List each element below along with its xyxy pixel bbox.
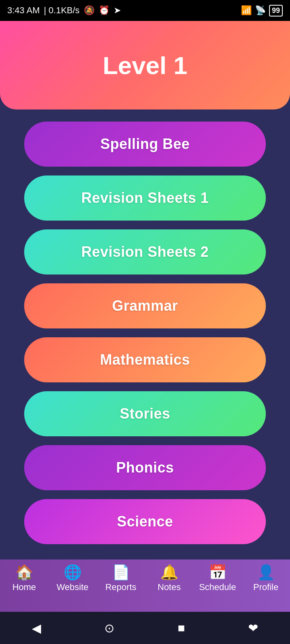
home-icon: 🏠 (15, 565, 33, 580)
status-bar: 3:43 AM | 0.1KB/s 🔕 ⏰ ➤ 📶 📡 99 (0, 0, 290, 21)
nav-notes-label: Notes (157, 582, 180, 592)
website-icon: 🌐 (64, 565, 82, 580)
alarm-icon: ⏰ (99, 5, 110, 16)
location-icon: ➤ (114, 5, 121, 16)
back-button[interactable]: ◀ (24, 617, 49, 639)
revision-sheets-2-button[interactable]: Revision Sheets 2 (24, 229, 266, 275)
nav-profile-label: Profile (253, 582, 278, 592)
profile-icon: 👤 (257, 565, 275, 580)
nav-home[interactable]: 🏠 Home (4, 565, 44, 592)
spelling-bee-button[interactable]: Spelling Bee (24, 122, 266, 167)
science-button[interactable]: Science (24, 499, 266, 544)
revision-sheets-1-button[interactable]: Revision Sheets 1 (24, 175, 266, 221)
home-button[interactable]: ⊙ (96, 617, 122, 639)
nav-website-label: Website (56, 582, 88, 592)
android-navigation: ◀ ⊙ ■ ❤ (0, 612, 290, 644)
status-data: | 0.1KB/s (44, 5, 80, 16)
nav-schedule[interactable]: 📅 Schedule (197, 565, 238, 592)
reports-icon: 📄 (112, 565, 130, 580)
main-content: Spelling Bee Revision Sheets 1 Revision … (0, 109, 290, 559)
page-title: Level 1 (103, 51, 187, 80)
header-banner: Level 1 (0, 21, 290, 109)
nav-notes[interactable]: 🔔 Notes (149, 565, 189, 592)
status-time: 3:43 AM (7, 5, 40, 16)
phonics-button[interactable]: Phonics (24, 445, 266, 490)
battery-indicator: 99 (269, 5, 283, 17)
nav-reports-label: Reports (105, 582, 136, 592)
nav-website[interactable]: 🌐 Website (52, 565, 93, 592)
wifi-icon: 📡 (255, 5, 266, 16)
nav-profile[interactable]: 👤 Profile (246, 565, 286, 592)
status-right: 📶 📡 99 (241, 5, 283, 17)
recents-button[interactable]: ■ (170, 617, 193, 639)
mathematics-button[interactable]: Mathematics (24, 337, 266, 382)
signal-icon: 📶 (241, 5, 252, 16)
nav-schedule-label: Schedule (199, 582, 236, 592)
status-left: 3:43 AM | 0.1KB/s 🔕 ⏰ ➤ (7, 5, 121, 16)
stories-button[interactable]: Stories (24, 391, 266, 436)
grammar-button[interactable]: Grammar (24, 283, 266, 328)
schedule-icon: 📅 (209, 565, 227, 580)
notes-icon: 🔔 (160, 565, 178, 580)
bottom-navigation: 🏠 Home 🌐 Website 📄 Reports 🔔 Notes 📅 Sch… (0, 559, 290, 612)
nav-reports[interactable]: 📄 Reports (101, 565, 141, 592)
mute-icon: 🔕 (84, 5, 95, 16)
nav-home-label: Home (12, 582, 36, 592)
assist-button[interactable]: ❤ (240, 617, 266, 639)
